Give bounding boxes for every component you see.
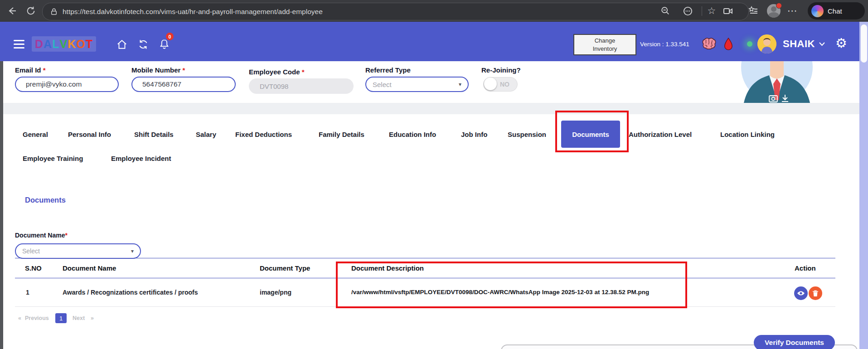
email-label: Email Id * <box>15 66 46 74</box>
scrollbar-track[interactable] <box>859 22 868 349</box>
mobile-field[interactable]: 5647568767 <box>131 77 236 92</box>
tab-education-info[interactable]: Education Info <box>389 131 436 138</box>
video-camera-icon[interactable] <box>723 5 733 16</box>
trash-icon <box>812 290 819 297</box>
back-icon[interactable] <box>5 5 18 17</box>
tab-personal-info[interactable]: Personal Info <box>68 131 111 138</box>
copilot-chat-button[interactable]: Chat <box>808 2 865 19</box>
refresh-icon[interactable] <box>24 5 37 17</box>
tab-authorization-level[interactable]: Authorization Level <box>629 131 692 138</box>
tab-fixed-deductions[interactable]: Fixed Deductions <box>235 131 292 138</box>
upload-photo-camera-icon[interactable] <box>768 94 778 103</box>
col-header-sno: S.NO <box>25 264 42 272</box>
mobile-label: Mobile Number * <box>131 66 185 74</box>
logo-letter: V <box>59 38 68 51</box>
pagination-previous[interactable]: Previous <box>25 315 49 321</box>
username-label: SHAIK <box>783 38 815 50</box>
chevron-down-icon <box>819 42 825 46</box>
pagination-prev-arrow[interactable]: « <box>18 315 21 321</box>
chat-label: Chat <box>828 7 842 15</box>
lock-icon <box>50 8 58 16</box>
email-field[interactable]: premji@vyko.com <box>15 77 119 92</box>
collapsed-sidebar-strip <box>0 61 3 349</box>
user-avatar[interactable] <box>757 34 776 53</box>
logo-letter: D <box>35 38 44 51</box>
logo-letter: L <box>52 38 59 51</box>
brain-icon[interactable] <box>701 37 717 53</box>
tab-location-linking[interactable]: Location Linking <box>720 131 775 138</box>
logo-letter: O <box>76 38 85 51</box>
col-header-type: Document Type <box>260 264 310 272</box>
employee-code-label: Employee Code * <box>249 68 305 76</box>
browser-menu-icon[interactable]: ⋯ <box>787 5 798 16</box>
employee-code-field: DVT0098 <box>249 78 354 94</box>
sync-icon[interactable] <box>137 39 149 50</box>
verify-documents-button[interactable]: Verify Documents <box>754 335 835 349</box>
tab-employee-incident[interactable]: Employee Incident <box>111 155 171 162</box>
pagination-page-1[interactable]: 1 <box>55 313 67 323</box>
screen: https://test.dalvkotinfotech.com/vims-ua… <box>0 0 868 349</box>
rejoining-toggle[interactable]: NO <box>483 77 518 92</box>
change-inventory-button[interactable]: ChangeInventory <box>573 34 636 55</box>
select-arrow-icon: ▾ <box>459 81 461 87</box>
address-bar[interactable]: https://test.dalvkotinfotech.com/vims-ua… <box>42 3 749 20</box>
referred-type-select[interactable]: Select▾ <box>365 77 469 92</box>
user-menu[interactable]: SHAIK <box>783 38 825 50</box>
download-photo-icon[interactable] <box>781 94 790 103</box>
tab-family-details[interactable]: Family Details <box>319 131 364 138</box>
collections-icon[interactable] <box>748 5 759 16</box>
table-top-border <box>15 258 835 258</box>
cell-sno: 1 <box>26 289 29 296</box>
zoom-out-icon[interactable] <box>660 5 671 16</box>
tab-shift-details[interactable]: Shift Details <box>134 131 174 138</box>
tab-employee-training[interactable]: Employee Training <box>23 155 83 162</box>
rejoining-label: Re-Joining? <box>481 66 521 74</box>
document-name-label: Document Name* <box>15 232 68 239</box>
tab-general[interactable]: General <box>23 131 48 138</box>
referred-type-label: Referred Type <box>365 66 411 74</box>
notifications-bell-icon[interactable] <box>159 39 170 50</box>
col-header-name: Document Name <box>63 264 116 272</box>
hamburger-menu-icon[interactable] <box>14 40 24 48</box>
document-name-select[interactable]: Select▾ <box>15 243 141 259</box>
dalvkot-logo: DALVKOT <box>32 36 96 52</box>
annotation-box-description-column <box>336 262 687 308</box>
tab-salary[interactable]: Salary <box>196 131 216 138</box>
profile-notification-dot <box>776 3 782 9</box>
browser-toolbar: https://test.dalvkotinfotech.com/vims-ua… <box>0 0 868 22</box>
cell-name: Awards / Recognizations certificates / p… <box>63 289 198 296</box>
app-header <box>0 22 868 61</box>
annotation-box-documents-tab <box>555 111 629 152</box>
toggle-knob <box>484 78 497 90</box>
tab-job-info[interactable]: Job Info <box>461 131 487 138</box>
notification-count-badge: 0 <box>166 33 174 40</box>
logo-letter: K <box>68 38 76 51</box>
eye-icon <box>797 291 805 296</box>
logo-letter: T <box>86 38 93 51</box>
blood-drop-icon[interactable] <box>723 37 734 53</box>
logo-letter: A <box>44 38 52 51</box>
pagination-next[interactable]: Next <box>73 315 85 321</box>
delete-document-button[interactable] <box>809 286 822 300</box>
copilot-icon <box>811 5 824 17</box>
section-separator <box>3 103 859 114</box>
documents-section-title: Documents <box>25 196 66 204</box>
tab-suspension[interactable]: Suspension <box>508 131 546 138</box>
url-text[interactable]: https://test.dalvkotinfotech.com/vims-ua… <box>63 8 323 16</box>
scrollbar-thumb[interactable] <box>861 24 867 63</box>
more-options-circle-icon[interactable] <box>682 5 693 16</box>
select-arrow-icon: ▾ <box>131 248 134 254</box>
version-label: Version : 1.33.541 <box>640 41 689 48</box>
bookmark-star-icon[interactable]: ☆ <box>706 5 717 16</box>
view-document-button[interactable] <box>794 286 808 300</box>
col-header-action: Action <box>795 264 816 272</box>
online-status-dot <box>747 41 752 47</box>
cell-type: image/png <box>260 289 291 296</box>
settings-gear-icon[interactable]: ⚙ <box>835 35 847 51</box>
pagination-next-arrow[interactable]: » <box>91 315 94 321</box>
main-section <box>3 114 859 349</box>
toggle-state-label: NO <box>500 81 509 88</box>
addressbar-divider <box>702 6 702 16</box>
home-icon[interactable] <box>116 39 128 50</box>
